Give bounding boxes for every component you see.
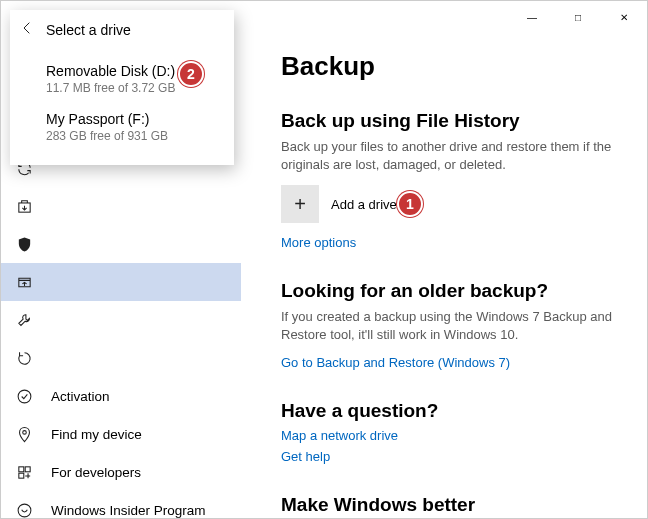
sidebar-item-recovery[interactable]: [1, 339, 241, 377]
add-drive-label: Add a drive: [331, 197, 397, 212]
select-drive-flyout: Select a drive Removable Disk (D:) 11.7 …: [10, 10, 234, 165]
main-content: Backup Back up using File History Back u…: [241, 33, 647, 518]
maximize-button[interactable]: □: [555, 1, 601, 33]
better-head: Make Windows better: [281, 494, 613, 516]
older-backup-section: Looking for an older backup? If you crea…: [281, 280, 613, 370]
more-options-link[interactable]: More options: [281, 235, 613, 250]
svg-rect-3: [18, 466, 23, 471]
sidebar-item-insider[interactable]: Windows Insider Program: [1, 491, 241, 519]
question-section: Have a question? Map a network drive Get…: [281, 400, 613, 464]
svg-point-6: [18, 504, 31, 517]
question-head: Have a question?: [281, 400, 613, 422]
drive-sub: 283 GB free of 931 GB: [46, 129, 222, 143]
get-help-link[interactable]: Get help: [281, 449, 613, 464]
nav-label: Activation: [51, 389, 110, 404]
backup-icon: [15, 273, 33, 291]
map-drive-link[interactable]: Map a network drive: [281, 428, 613, 443]
minimize-button[interactable]: —: [509, 1, 555, 33]
older-link[interactable]: Go to Backup and Restore (Windows 7): [281, 355, 613, 370]
activation-icon: [15, 387, 33, 405]
older-desc: If you created a backup using the Window…: [281, 308, 613, 343]
dev-icon: [15, 463, 33, 481]
sidebar-item-delivery[interactable]: [1, 187, 241, 225]
fh-head: Back up using File History: [281, 110, 613, 132]
insider-icon: [15, 501, 33, 519]
back-arrow-icon[interactable]: [20, 20, 36, 39]
recovery-icon: [15, 349, 33, 367]
nav-label: Find my device: [51, 427, 142, 442]
page-title: Backup: [281, 51, 613, 82]
drive-name: My Passport (F:): [46, 111, 222, 127]
callout-1: 1: [397, 191, 423, 217]
plus-icon: +: [294, 193, 306, 216]
sidebar-item-security[interactable]: [1, 225, 241, 263]
svg-rect-4: [18, 473, 23, 478]
fh-desc: Back up your files to another drive and …: [281, 138, 613, 173]
nav-label: For developers: [51, 465, 141, 480]
sidebar-item-find[interactable]: Find my device: [1, 415, 241, 453]
older-head: Looking for an older backup?: [281, 280, 613, 302]
better-section: Make Windows better Give us feedback: [281, 494, 613, 518]
callout-2: 2: [178, 61, 204, 87]
find-icon: [15, 425, 33, 443]
drive-option-f[interactable]: My Passport (F:) 283 GB free of 931 GB: [10, 105, 234, 153]
flyout-title: Select a drive: [46, 22, 131, 38]
nav-label: Windows Insider Program: [51, 503, 206, 518]
troubleshoot-icon: [15, 311, 33, 329]
delivery-icon: [15, 197, 33, 215]
svg-rect-5: [25, 466, 30, 471]
sidebar-item-troubleshoot[interactable]: [1, 301, 241, 339]
add-drive-button[interactable]: +: [281, 185, 319, 223]
close-button[interactable]: ✕: [601, 1, 647, 33]
sidebar-item-activation[interactable]: Activation: [1, 377, 241, 415]
sidebar-item-developers[interactable]: For developers: [1, 453, 241, 491]
file-history-section: Back up using File History Back up your …: [281, 110, 613, 250]
sidebar-item-backup[interactable]: [1, 263, 241, 301]
svg-point-2: [22, 430, 26, 434]
svg-point-1: [18, 390, 31, 403]
drive-option-d[interactable]: Removable Disk (D:) 11.7 MB free of 3.72…: [10, 57, 234, 105]
shield-icon: [15, 235, 33, 253]
